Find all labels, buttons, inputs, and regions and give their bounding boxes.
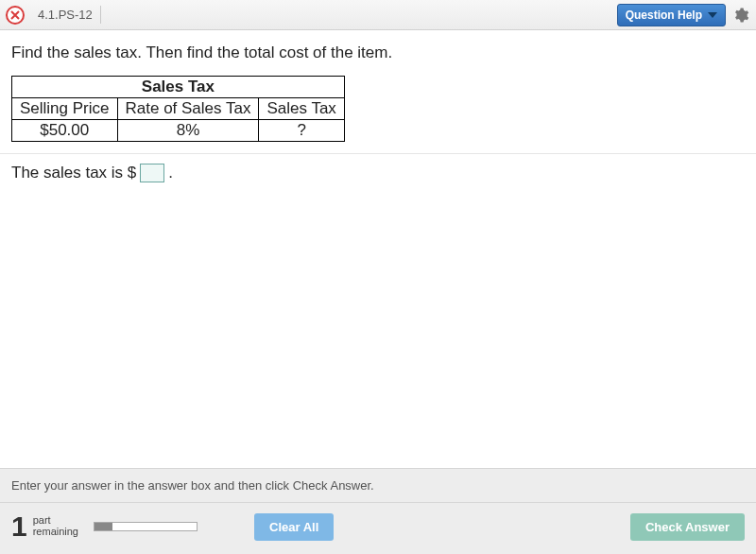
question-help-label: Question Help [626,9,702,22]
close-icon[interactable] [6,6,25,25]
check-answer-button[interactable]: Check Answer [630,513,745,541]
question-help-button[interactable]: Question Help [617,4,726,26]
footer: Enter your answer in the answer box and … [0,468,756,554]
parts-count: 1 [11,511,27,543]
gear-icon[interactable] [731,6,750,25]
question-content: Find the sales tax. Then find the total … [0,30,756,182]
footer-instruction: Enter your answer in the answer box and … [0,469,756,503]
table-header: Selling Price [12,98,118,120]
answer-prefix: The sales tax is $ [11,164,136,182]
question-prompt: Find the sales tax. Then find the total … [11,43,745,62]
header-bar: 4.1.PS-12 Question Help [0,0,756,30]
answer-line: The sales tax is $ . [11,164,745,182]
footer-bar: 1 part remaining Clear All Check Answer [0,503,756,554]
question-id: 4.1.PS-12 [30,6,101,24]
sales-tax-input[interactable] [140,164,164,182]
divider [0,153,756,154]
table-title: Sales Tax [12,77,345,98]
chevron-down-icon [708,12,717,18]
table-header: Sales Tax [259,98,344,120]
table-cell-selling-price: $50.00 [12,120,118,142]
progress-fill [94,523,112,530]
table-header: Rate of Sales Tax [117,98,259,120]
table-cell-rate: 8% [117,120,259,142]
answer-suffix: . [168,164,173,182]
sales-tax-table: Sales Tax Selling Price Rate of Sales Ta… [11,76,345,142]
clear-all-button[interactable]: Clear All [254,513,334,541]
parts-label: part remaining [33,515,78,537]
progress-bar [94,522,198,531]
table-cell-sales-tax: ? [259,120,344,142]
parts-remaining: 1 part remaining [11,511,198,543]
